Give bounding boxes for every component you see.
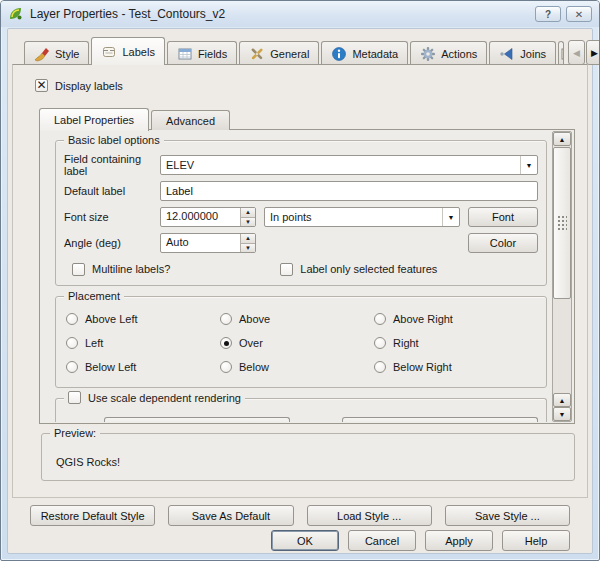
group-title: Basic label options (64, 134, 164, 146)
help-button[interactable]: ? (535, 6, 561, 22)
ok-button[interactable]: OK (271, 530, 339, 551)
tools-icon (249, 46, 265, 62)
tab-scroller: ◀ ▶ (567, 40, 600, 65)
font-size-value: 12.000000 (161, 208, 240, 226)
check-x-mark: ✕ (36, 80, 46, 90)
scale-dependent-checkbox-row[interactable]: ✕ Use scale dependent rendering (64, 391, 245, 404)
display-labels-checkbox[interactable]: ✕ (35, 79, 48, 92)
cancel-button[interactable]: Cancel (348, 530, 416, 551)
load-style-button[interactable]: Load Style ... (307, 505, 432, 526)
tab-label: General (270, 48, 309, 60)
tab-labels[interactable]: Labels (91, 37, 164, 65)
spin-up-icon[interactable]: ▲ (241, 234, 255, 244)
layer-properties-dialog: Layer Properties - Test_Contours_v2 ? ✕ … (0, 0, 600, 561)
dialog-client-area: Style Labels Fields (7, 28, 593, 554)
preview-title: Preview: (50, 427, 100, 439)
tab-label-properties[interactable]: Label Properties (39, 108, 149, 131)
tab-label: Joins (520, 48, 546, 60)
clipped-minimum-scale-field[interactable] (104, 417, 290, 422)
display-labels-checkbox-row[interactable]: ✕ Display labels (35, 79, 123, 92)
dialog-buttons-row: OK Cancel Apply Help (271, 530, 570, 551)
save-as-default-button[interactable]: Save As Default (168, 505, 293, 526)
tab-scroll-right-icon[interactable]: ▶ (586, 40, 600, 65)
color-button[interactable]: Color (468, 233, 538, 253)
clipped-maximum-scale-field[interactable] (342, 417, 538, 422)
group-title: Placement (64, 290, 124, 302)
restore-default-style-button[interactable]: Restore Default Style (30, 505, 155, 526)
basic-label-options-group: Basic label options Field containing lab… (55, 140, 547, 286)
angle-label: Angle (deg) (64, 237, 160, 249)
radio-above-left[interactable]: Above Left (66, 313, 220, 325)
radio-left[interactable]: Left (66, 337, 220, 349)
tab-general[interactable]: General (239, 41, 319, 65)
spin-down-icon[interactable]: ▼ (241, 244, 255, 253)
angle-value: Auto (161, 234, 240, 252)
label-only-selected-label: Label only selected features (300, 263, 437, 275)
label-only-selected-checkbox-row[interactable]: ✕ Label only selected features (280, 263, 437, 276)
preview-group: Preview: QGIS Rocks! (41, 433, 575, 481)
field-combo-value: ELEV (166, 159, 194, 171)
display-labels-label: Display labels (55, 80, 123, 92)
tab-label: Metadata (352, 48, 398, 60)
radio-over[interactable]: Over (220, 337, 374, 349)
field-containing-label-label: Field containing label (64, 153, 160, 177)
titlebar[interactable]: Layer Properties - Test_Contours_v2 ? ✕ (1, 1, 599, 27)
default-label-label: Default label (64, 185, 160, 197)
style-buttons-row: Restore Default Style Save As Default Lo… (30, 505, 570, 526)
inner-tab-label: Advanced (166, 115, 215, 127)
window-title: Layer Properties - Test_Contours_v2 (30, 7, 530, 21)
font-button[interactable]: Font (468, 207, 538, 227)
units-combo-value: In points (270, 211, 312, 223)
label-only-selected-checkbox[interactable]: ✕ (280, 263, 293, 276)
tab-fields[interactable]: Fields (167, 41, 237, 65)
scroll-up-icon[interactable]: ▲ (553, 132, 571, 146)
scale-dependent-label: Use scale dependent rendering (88, 392, 241, 404)
spin-up-icon[interactable]: ▲ (241, 208, 255, 218)
tab-joins[interactable]: Joins (489, 41, 556, 65)
close-icon: ✕ (575, 9, 583, 20)
save-style-button[interactable]: Save Style ... (445, 505, 570, 526)
scroll-down-icon[interactable]: ▼ (553, 407, 571, 421)
apply-button[interactable]: Apply (425, 530, 493, 551)
tab-label: Style (55, 48, 79, 60)
tab-advanced[interactable]: Advanced (151, 110, 230, 130)
font-size-units-combo[interactable]: In points ▼ (264, 207, 460, 227)
labels-tab-page: ✕ Display labels Label Properties Advanc… (12, 64, 588, 498)
default-label-input[interactable] (160, 181, 538, 201)
scrollbar-thumb[interactable] (553, 147, 571, 299)
close-button[interactable]: ✕ (566, 6, 592, 22)
scale-dependent-checkbox[interactable]: ✕ (68, 391, 81, 404)
qgis-logo-icon (8, 6, 24, 22)
spin-down-icon[interactable]: ▼ (241, 218, 255, 227)
multiline-labels-checkbox[interactable]: ✕ (72, 263, 85, 276)
radio-right[interactable]: Right (374, 337, 538, 349)
radio-below[interactable]: Below (220, 361, 374, 373)
radio-above-right[interactable]: Above Right (374, 313, 538, 325)
label-properties-page: Basic label options Field containing lab… (39, 129, 575, 424)
placement-group: Placement Above Left Above Above Right L… (55, 296, 547, 388)
multiline-labels-label: Multiline labels? (92, 263, 170, 275)
scroll-viewport: Basic label options Field containing lab… (41, 131, 551, 422)
vertical-scrollbar[interactable]: ▲ ▲ ▼ (552, 131, 572, 422)
tab-scroll-left-icon[interactable]: ◀ (568, 40, 585, 65)
tab-overflow-diagrams[interactable] (558, 41, 564, 65)
radio-below-left[interactable]: Below Left (66, 361, 220, 373)
tab-style[interactable]: Style (24, 41, 89, 65)
field-combo[interactable]: ELEV ▼ (160, 155, 538, 175)
help-glyph: ? (545, 9, 551, 20)
inner-tab-bar: Label Properties Advanced (39, 107, 232, 130)
radio-below-right[interactable]: Below Right (374, 361, 538, 373)
join-arrow-icon (499, 46, 515, 62)
font-size-spinner[interactable]: 12.000000 ▲ ▼ (160, 207, 256, 227)
label-icon (101, 44, 117, 60)
angle-spinner[interactable]: Auto ▲ ▼ (160, 233, 256, 253)
tab-actions[interactable]: Actions (410, 41, 487, 65)
info-icon (331, 46, 347, 62)
help-button-bottom[interactable]: Help (502, 530, 570, 551)
table-icon (177, 46, 193, 62)
scrollbar-track[interactable] (553, 146, 571, 393)
tab-metadata[interactable]: Metadata (321, 41, 408, 65)
scroll-up-bottom-icon[interactable]: ▲ (553, 393, 571, 407)
radio-above[interactable]: Above (220, 313, 374, 325)
multiline-labels-checkbox-row[interactable]: ✕ Multiline labels? (72, 263, 170, 276)
